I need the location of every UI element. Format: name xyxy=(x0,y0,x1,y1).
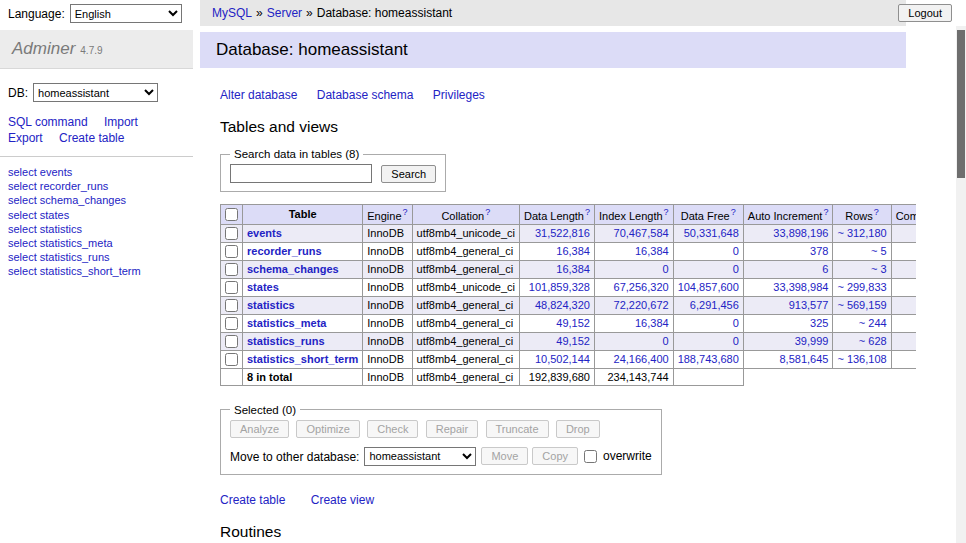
move-db-select[interactable]: homeassistant xyxy=(364,447,476,466)
privileges-link[interactable]: Privileges xyxy=(433,88,485,102)
table-statistics-link[interactable]: statistics xyxy=(40,223,82,235)
table-name-link[interactable]: statistics xyxy=(247,299,295,311)
logout-button[interactable]: Logout xyxy=(898,4,952,22)
row-checkbox[interactable] xyxy=(225,227,238,240)
table-name-link[interactable]: events xyxy=(247,227,282,239)
data-length-link[interactable]: 16,384 xyxy=(556,263,590,275)
create-table-link[interactable]: Create table xyxy=(59,131,124,145)
select-statistics-meta-link[interactable]: select xyxy=(8,237,37,249)
import-link[interactable]: Import xyxy=(104,115,138,129)
move-button[interactable]: Move xyxy=(481,447,528,465)
scrollbar-thumb[interactable] xyxy=(957,30,965,178)
auto-increment-link[interactable]: 6 xyxy=(822,263,828,275)
table-name-link[interactable]: schema_changes xyxy=(247,263,339,275)
data-free-link[interactable]: 50,331,648 xyxy=(684,227,739,239)
select-events-link[interactable]: select xyxy=(8,166,37,178)
create-table-link-main[interactable]: Create table xyxy=(220,493,285,507)
optimize-button[interactable]: Optimize xyxy=(296,420,359,438)
table-statistics-runs-link[interactable]: statistics_runs xyxy=(40,251,110,263)
search-input[interactable] xyxy=(230,164,372,183)
analyze-button[interactable]: Analyze xyxy=(230,420,289,438)
auto-increment-link[interactable]: 8,581,645 xyxy=(779,353,828,365)
index-length-link[interactable]: 24,166,400 xyxy=(614,353,669,365)
data-length-link[interactable]: 101,859,328 xyxy=(529,281,590,293)
index-length-link[interactable]: 72,220,672 xyxy=(614,299,669,311)
data-free-link[interactable]: 104,857,600 xyxy=(678,281,739,293)
row-checkbox[interactable] xyxy=(225,263,238,276)
table-statistics-meta-link[interactable]: statistics_meta xyxy=(40,237,113,249)
table-name-link[interactable]: states xyxy=(247,281,279,293)
overwrite-checkbox[interactable] xyxy=(584,450,597,463)
help-icon[interactable]: ? xyxy=(403,207,408,217)
data-length-link[interactable]: 48,824,320 xyxy=(535,299,590,311)
table-schema-changes-link[interactable]: schema_changes xyxy=(40,194,126,206)
select-statistics-runs-link[interactable]: select xyxy=(8,251,37,263)
repair-button[interactable]: Repair xyxy=(426,420,478,438)
db-select[interactable]: homeassistant xyxy=(33,83,158,102)
select-recorder-runs-link[interactable]: select xyxy=(8,180,37,192)
help-icon[interactable]: ? xyxy=(731,207,736,217)
data-free-link[interactable]: 0 xyxy=(733,317,739,329)
data-length-link[interactable]: 49,152 xyxy=(556,317,590,329)
export-link[interactable]: Export xyxy=(8,131,43,145)
index-length-link[interactable]: 16,384 xyxy=(635,317,669,329)
data-free-link[interactable]: 0 xyxy=(733,263,739,275)
auto-increment-link[interactable]: 913,577 xyxy=(789,299,829,311)
auto-increment-link[interactable]: 325 xyxy=(810,317,828,329)
database-schema-link[interactable]: Database schema xyxy=(317,88,414,102)
alter-database-link[interactable]: Alter database xyxy=(220,88,297,102)
table-name-link[interactable]: statistics_runs xyxy=(247,335,325,347)
help-icon[interactable]: ? xyxy=(485,207,490,217)
table-recorder-runs-link[interactable]: recorder_runs xyxy=(40,180,108,192)
row-checkbox[interactable] xyxy=(225,353,238,366)
auto-increment-link[interactable]: 33,398,984 xyxy=(773,281,828,293)
sql-command-link[interactable]: SQL command xyxy=(8,115,88,129)
breadcrumb-server-link[interactable]: Server xyxy=(267,6,302,20)
table-events-link[interactable]: events xyxy=(40,166,72,178)
data-free-link[interactable]: 0 xyxy=(733,245,739,257)
select-all-checkbox[interactable] xyxy=(225,208,238,221)
row-checkbox[interactable] xyxy=(225,281,238,294)
help-icon[interactable]: ? xyxy=(823,207,828,217)
index-length-link[interactable]: 16,384 xyxy=(635,245,669,257)
select-statistics-short-term-link[interactable]: select xyxy=(8,265,37,277)
auto-increment-link[interactable]: 39,999 xyxy=(795,335,829,347)
data-free-link[interactable]: 0 xyxy=(733,335,739,347)
data-free-link[interactable]: 6,291,456 xyxy=(690,299,739,311)
rows-count-link[interactable]: ~ 5 xyxy=(871,245,887,257)
truncate-button[interactable]: Truncate xyxy=(486,420,549,438)
select-states-link[interactable]: select xyxy=(8,209,37,221)
rows-count-link[interactable]: ~ 569,159 xyxy=(837,299,886,311)
index-length-link[interactable]: 70,467,584 xyxy=(614,227,669,239)
breadcrumb-mysql-link[interactable]: MySQL xyxy=(212,6,252,20)
language-select[interactable]: English xyxy=(70,4,182,23)
row-checkbox[interactable] xyxy=(225,335,238,348)
row-checkbox[interactable] xyxy=(225,245,238,258)
data-length-link[interactable]: 31,522,816 xyxy=(535,227,590,239)
help-icon[interactable]: ? xyxy=(664,207,669,217)
row-checkbox[interactable] xyxy=(225,317,238,330)
index-length-link[interactable]: 0 xyxy=(663,263,669,275)
app-name[interactable]: Adminer xyxy=(12,39,75,58)
table-states-link[interactable]: states xyxy=(40,209,69,221)
rows-count-link[interactable]: ~ 628 xyxy=(859,335,887,347)
search-button[interactable]: Search xyxy=(381,165,436,183)
table-statistics-short-term-link[interactable]: statistics_short_term xyxy=(40,265,141,277)
check-button[interactable]: Check xyxy=(367,420,418,438)
create-view-link[interactable]: Create view xyxy=(311,493,374,507)
table-name-link[interactable]: statistics_short_term xyxy=(247,353,358,365)
data-length-link[interactable]: 16,384 xyxy=(556,245,590,257)
auto-increment-link[interactable]: 33,898,196 xyxy=(773,227,828,239)
rows-count-link[interactable]: ~ 312,180 xyxy=(837,227,886,239)
help-icon[interactable]: ? xyxy=(874,207,879,217)
rows-count-link[interactable]: ~ 3 xyxy=(871,263,887,275)
help-icon[interactable]: ? xyxy=(585,207,590,217)
data-length-link[interactable]: 10,502,144 xyxy=(535,353,590,365)
copy-button[interactable]: Copy xyxy=(532,447,578,465)
rows-count-link[interactable]: ~ 136,108 xyxy=(837,353,886,365)
auto-increment-link[interactable]: 378 xyxy=(810,245,828,257)
select-schema-changes-link[interactable]: select xyxy=(8,194,37,206)
row-checkbox[interactable] xyxy=(225,299,238,312)
select-statistics-link[interactable]: select xyxy=(8,223,37,235)
table-name-link[interactable]: recorder_runs xyxy=(247,245,322,257)
